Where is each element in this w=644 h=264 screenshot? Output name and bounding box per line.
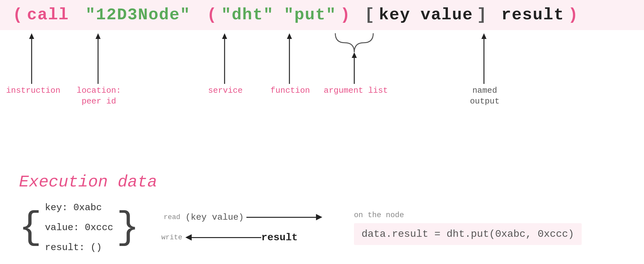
svg-marker-1 xyxy=(29,33,34,39)
value-arg: value xyxy=(420,6,473,24)
bracket-open: [ xyxy=(365,6,375,24)
read-arrow-head xyxy=(316,214,322,220)
named-output-label: named output xyxy=(459,85,511,107)
execution-content: { key: 0xabc value: 0xccc result: () } r… xyxy=(19,198,625,258)
write-text: result xyxy=(261,232,298,243)
paren-open: ( xyxy=(13,6,23,24)
write-flow-row: write result xyxy=(161,232,322,243)
node-section: on the node data.result = dht.put(0xabc,… xyxy=(354,211,582,245)
write-arrow-line xyxy=(192,237,261,238)
svg-marker-9 xyxy=(352,52,357,58)
read-arrow: (key value) xyxy=(185,212,322,222)
paren2-close: ) xyxy=(340,6,350,24)
instruction-label: instruction xyxy=(3,85,63,96)
on-node-label: on the node xyxy=(354,211,582,219)
read-flow-row: read (key value) xyxy=(161,212,322,222)
argument-list-label: argument list xyxy=(323,85,389,96)
key-arg: key xyxy=(379,6,411,24)
code-banner: ( call "12D3Node" ( "dht" "put" ) [ key … xyxy=(0,0,644,30)
value-line: value: 0xccc xyxy=(45,218,113,238)
flow-arrows: read (key value) write result xyxy=(161,212,322,243)
execution-title: Execution data xyxy=(19,173,625,192)
svg-marker-7 xyxy=(287,33,292,39)
function-label: function xyxy=(264,85,316,96)
key-line: key: 0xabc xyxy=(45,198,113,218)
data-block: { key: 0xabc value: 0xccc result: () } xyxy=(19,198,139,258)
service-label: service xyxy=(201,85,250,96)
node-id: "12D3Node" xyxy=(85,6,190,24)
data-lines: key: 0xabc value: 0xccc result: () xyxy=(45,198,113,258)
svg-marker-5 xyxy=(222,33,227,39)
read-arrow-line xyxy=(246,217,316,218)
location-label: location: peer id xyxy=(70,85,128,107)
paren2-open: ( xyxy=(207,6,217,24)
svg-marker-11 xyxy=(481,33,486,39)
open-brace: { xyxy=(19,209,42,247)
result-line: result: () xyxy=(45,238,113,258)
dht-arg: "dht" xyxy=(221,6,274,24)
close-brace: } xyxy=(116,209,139,247)
bracket-close: ] xyxy=(477,6,487,24)
paren-close: ) xyxy=(568,6,579,24)
result-arg: result xyxy=(501,6,564,24)
code-expression: ( call "12D3Node" ( "dht" "put" ) [ key … xyxy=(13,6,579,24)
code-result: data.result = dht.put(0xabc, 0xccc) xyxy=(354,223,582,245)
write-label: write xyxy=(161,234,180,242)
execution-section: Execution data { key: 0xabc value: 0xccc… xyxy=(0,167,644,264)
syntax-diagram: instruction location: peer id service fu… xyxy=(0,30,644,119)
read-text: (key value) xyxy=(185,212,244,222)
svg-marker-3 xyxy=(96,33,101,39)
read-label: read xyxy=(161,213,180,221)
write-arrow: result xyxy=(185,232,300,243)
call-keyword: call xyxy=(27,6,69,24)
put-arg: "put" xyxy=(284,6,336,24)
write-arrow-head xyxy=(185,234,192,241)
